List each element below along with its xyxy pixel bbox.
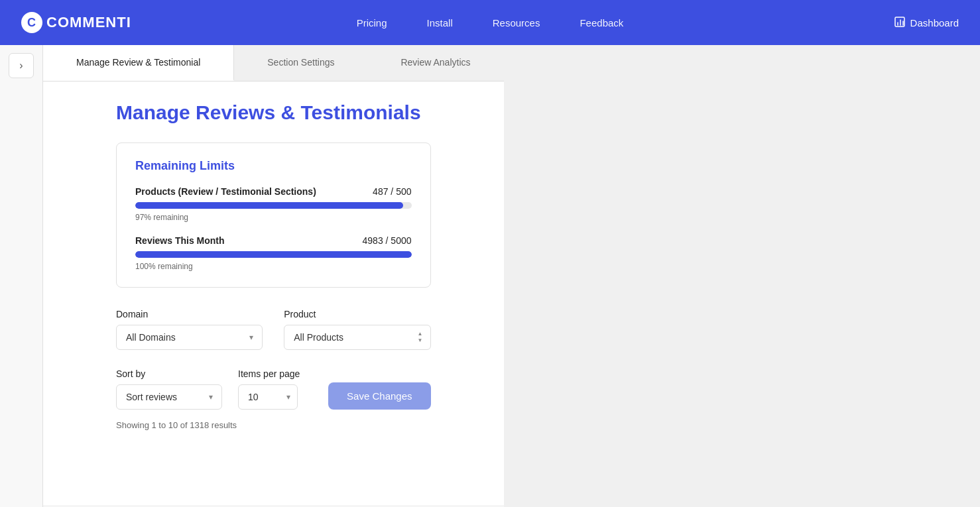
sidebar-toggle-button[interactable]: ›: [9, 53, 34, 78]
product-label: Product: [284, 309, 430, 319]
dashboard-icon: [894, 17, 906, 28]
logo-icon: C: [21, 12, 42, 33]
reviews-limit-label: Reviews This Month: [135, 235, 225, 246]
dashboard-label: Dashboard: [910, 17, 959, 28]
logo-link[interactable]: C COMMENTI: [21, 12, 131, 33]
navbar-nav: Pricing Install Resources Feedback: [357, 17, 624, 28]
reviews-limit-row: Reviews This Month 4983 / 5000 100% rema…: [135, 235, 412, 271]
main-content: Manage Review & Testimonial Section Sett…: [43, 45, 504, 507]
reviews-remaining: 100% remaining: [135, 262, 412, 271]
sort-select[interactable]: Sort reviews Newest First Oldest First H…: [116, 384, 222, 410]
products-progress-bg: [135, 202, 412, 209]
nav-resources[interactable]: Resources: [493, 17, 540, 28]
products-progress-fill: [135, 202, 403, 209]
sort-by-label: Sort by: [116, 368, 222, 379]
domain-select[interactable]: All Domains: [116, 325, 263, 350]
page-title: Manage Reviews & Testimonials: [116, 101, 431, 124]
sort-row: Sort by Sort reviews Newest First Oldest…: [116, 368, 431, 410]
products-remaining: 97% remaining: [135, 213, 412, 222]
limits-title: Remaining Limits: [135, 159, 412, 173]
nav-pricing[interactable]: Pricing: [357, 17, 387, 28]
navbar: C COMMENTI Pricing Install Resources Fee…: [0, 0, 980, 45]
sort-select-wrapper: Sort reviews Newest First Oldest First H…: [116, 384, 222, 410]
items-per-page-select[interactable]: 10 25 50 100: [238, 384, 298, 410]
dashboard-link[interactable]: Dashboard: [894, 17, 959, 28]
sidebar: ›: [0, 45, 43, 507]
products-limit-label: Products (Review / Testimonial Sections): [135, 186, 316, 197]
page-body: Manage Reviews & Testimonials Remaining …: [43, 82, 504, 505]
nav-install[interactable]: Install: [427, 17, 453, 28]
tab-settings[interactable]: Section Settings: [234, 45, 367, 81]
product-select[interactable]: All Products: [284, 325, 430, 350]
limits-card: Remaining Limits Products (Review / Test…: [116, 142, 431, 288]
sort-by-group: Sort by Sort reviews Newest First Oldest…: [116, 368, 222, 410]
domain-filter-group: Domain All Domains ▾: [116, 309, 263, 350]
products-limit-header: Products (Review / Testimonial Sections)…: [135, 186, 412, 197]
tabs-bar: Manage Review & Testimonial Section Sett…: [43, 45, 504, 82]
chevron-right-icon: ›: [19, 60, 23, 72]
items-per-page-label: Items per page: [238, 368, 300, 379]
reviews-limit-value: 4983 / 5000: [363, 235, 412, 246]
results-text: Showing 1 to 10 of 1318 results: [116, 420, 431, 430]
tab-manage[interactable]: Manage Review & Testimonial: [43, 45, 234, 81]
reviews-progress-bg: [135, 251, 412, 258]
product-select-wrapper: All Products ▲ ▼: [284, 325, 430, 350]
reviews-progress-fill: [135, 251, 412, 258]
domain-label: Domain: [116, 309, 263, 319]
product-filter-group: Product All Products ▲ ▼: [284, 309, 430, 350]
items-per-page-group: Items per page 10 25 50 100 ▾: [238, 368, 300, 410]
logo-text: COMMENTI: [46, 14, 131, 31]
reviews-limit-header: Reviews This Month 4983 / 5000: [135, 235, 412, 246]
items-select-wrapper: 10 25 50 100 ▾: [238, 384, 300, 410]
products-limit-value: 487 / 500: [373, 186, 411, 197]
tab-analytics[interactable]: Review Analytics: [367, 45, 503, 81]
products-limit-row: Products (Review / Testimonial Sections)…: [135, 186, 412, 222]
filters-row: Domain All Domains ▾ Product All Product…: [116, 309, 431, 350]
domain-select-wrapper: All Domains ▾: [116, 325, 263, 350]
nav-feedback[interactable]: Feedback: [580, 17, 623, 28]
save-changes-button[interactable]: Save Changes: [328, 382, 430, 410]
